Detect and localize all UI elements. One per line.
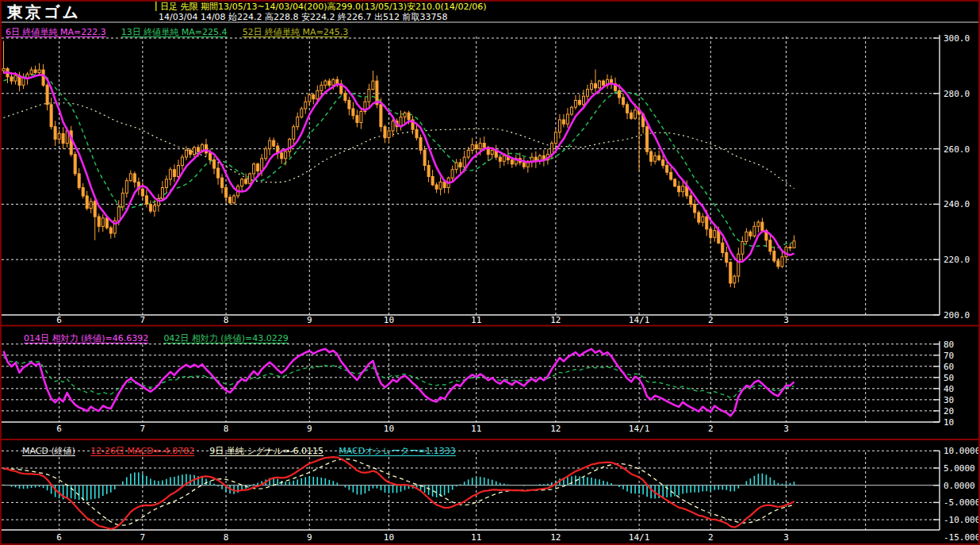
svg-text:11: 11 [471, 424, 481, 434]
svg-text:10.0000: 10.0000 [944, 446, 980, 456]
svg-text:3: 3 [783, 315, 789, 325]
svg-text:14/1: 14/1 [629, 424, 650, 434]
ma6-legend-label: 6日 終値単純 MA=222.3 [6, 27, 106, 37]
svg-text:14/1: 14/1 [629, 315, 650, 325]
rsi14-legend-label: 014日 相対力 (終値)=46.6392 [24, 333, 148, 344]
ma52-legend-label: 52日 終値単純 MA=245.3 [243, 27, 349, 37]
macd-signal-label: 9日 単純 シグナル=-6.0115 [209, 446, 323, 456]
macd-oscillator-label: MACDオシレーター=1.1333 [339, 446, 456, 456]
ma-legend: 6日 終値単純 MA=222.3 13日 終値単純 MA=225.4 52日 終… [6, 23, 359, 38]
svg-text:12: 12 [550, 424, 561, 434]
svg-text:3: 3 [783, 532, 789, 543]
rsi42-legend-label: 042日 相対力 (終値)=43.0229 [163, 333, 288, 344]
svg-text:9: 9 [307, 315, 312, 325]
svg-text:70: 70 [944, 351, 954, 361]
svg-text:60: 60 [944, 362, 954, 372]
ma13-line [4, 75, 794, 248]
svg-text:-10.0000: -10.0000 [944, 515, 980, 525]
svg-text:7: 7 [140, 315, 146, 325]
svg-text:6: 6 [56, 315, 62, 325]
svg-text:50: 50 [944, 373, 954, 383]
svg-text:11: 11 [471, 532, 481, 543]
rsi-legend: 014日 相対力 (終値)=46.6392 042日 相対力 (終値)=43.0… [24, 329, 300, 344]
svg-text:12: 12 [550, 532, 561, 543]
svg-text:200.0: 200.0 [944, 310, 970, 320]
svg-text:7: 7 [140, 424, 146, 434]
svg-text:8: 8 [224, 532, 229, 543]
ma13-legend-label: 13日 終値単純 MA=225.4 [121, 27, 228, 37]
macd-histogram [4, 472, 794, 501]
svg-text:300.0: 300.0 [944, 33, 970, 44]
quote-info-line: 14/03/04 14/08 始224.2 高228.8 安224.2 終226… [159, 11, 448, 23]
svg-text:10: 10 [944, 417, 954, 428]
svg-text:2: 2 [708, 424, 714, 434]
grid-and-axes: 66677788899910101011111112121214/114/114… [2, 33, 980, 543]
macd-legend-title: MACD (終値) [22, 446, 75, 456]
svg-text:20: 20 [944, 406, 954, 416]
macd-legend: MACD (終値) 12-26日 MACD=-4.8782 9日 単純 シグナル… [22, 442, 467, 457]
svg-text:8: 8 [224, 424, 229, 434]
svg-text:-15.0000: -15.0000 [944, 532, 980, 543]
window-frame [1, 1, 979, 544]
svg-text:11: 11 [471, 315, 481, 325]
svg-text:30: 30 [944, 395, 954, 405]
svg-text:0.0000: 0.0000 [944, 481, 975, 491]
macd-value-label: 12-26日 MACD=-4.8782 [90, 446, 194, 456]
svg-text:280.0: 280.0 [944, 89, 970, 99]
chart-canvas: 66677788899910101011111112121214/114/114… [0, 0, 980, 545]
candlesticks [2, 40, 795, 288]
rsi14-line [4, 349, 794, 416]
svg-text:2: 2 [708, 315, 714, 325]
svg-text:14/1: 14/1 [629, 532, 650, 543]
svg-text:6: 6 [56, 532, 62, 543]
svg-text:12: 12 [550, 315, 561, 325]
instrument-title: 東京ゴム [7, 2, 81, 23]
svg-text:10: 10 [384, 532, 394, 543]
svg-text:40: 40 [944, 384, 954, 394]
chart-application-window: 66677788899910101011111112121214/114/114… [0, 0, 980, 545]
ma52-line [4, 103, 794, 189]
svg-text:2: 2 [708, 532, 714, 543]
ma6-line [4, 72, 794, 262]
svg-text:8: 8 [224, 315, 229, 325]
svg-text:-5.0000: -5.0000 [944, 497, 980, 508]
svg-text:10: 10 [384, 315, 394, 325]
svg-text:9: 9 [307, 424, 312, 434]
svg-text:10: 10 [384, 424, 394, 434]
svg-text:240.0: 240.0 [944, 199, 970, 209]
svg-text:5.0000: 5.0000 [944, 463, 975, 474]
svg-text:80: 80 [944, 340, 954, 350]
svg-text:7: 7 [140, 532, 146, 543]
pane-separators [0, 0, 980, 544]
svg-text:9: 9 [307, 532, 312, 543]
svg-text:220.0: 220.0 [944, 255, 970, 265]
svg-text:3: 3 [783, 424, 789, 434]
svg-text:260.0: 260.0 [944, 144, 970, 155]
svg-text:6: 6 [56, 424, 62, 434]
